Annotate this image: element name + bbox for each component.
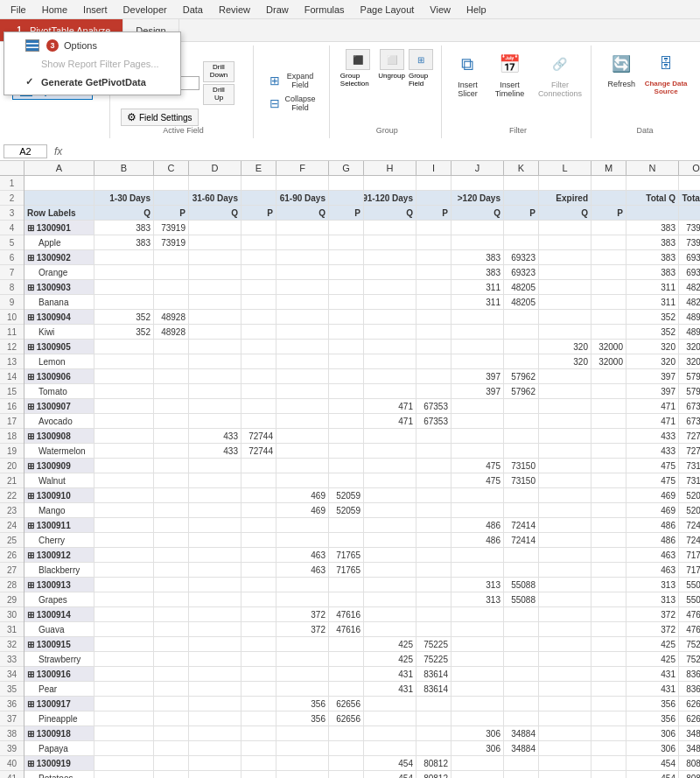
cell-r26-c3 (189, 548, 242, 562)
cell-r15-c0[interactable]: Tomato (24, 384, 94, 398)
cell-r38-c0[interactable]: ⊞ 1300918 (24, 726, 94, 740)
cell-r31-c0[interactable]: Guava (24, 622, 94, 636)
ungroup-button[interactable]: ⬜ Ungroup (378, 49, 405, 88)
menu-file[interactable]: File (4, 3, 33, 17)
cell-r30-c0[interactable]: ⊞ 1300914 (24, 607, 94, 621)
cell-r41-c0[interactable]: Potatoes (24, 771, 94, 778)
cell-r24-c0[interactable]: ⊞ 1300911 (24, 518, 94, 532)
cell-r39-c12 (592, 741, 626, 755)
cell-r33-c0[interactable]: Strawberry (24, 652, 94, 666)
expand-field-button[interactable]: ⊞ Expand Field (264, 70, 322, 91)
cell-r16-c0[interactable]: ⊞ 1300907 (24, 399, 94, 413)
cell-r32-c0[interactable]: ⊞ 1300915 (24, 637, 94, 651)
cell-r16-c14: 67353 (679, 399, 700, 413)
cell-r17-c0[interactable]: Avocado (24, 414, 94, 428)
cell-reference-box[interactable] (4, 144, 47, 158)
cell-r25-c0[interactable]: Cherry (24, 533, 94, 547)
cell-r10-c0[interactable]: ⊞ 1300904 (24, 310, 94, 324)
field-settings-button[interactable]: ⚙ Field Settings (121, 109, 199, 126)
menu-help[interactable]: Help (459, 3, 494, 17)
cell-r7-c1 (94, 265, 154, 279)
cell-r14-c12 (592, 369, 626, 383)
cell-r12-c0[interactable]: ⊞ 1300905 (24, 340, 94, 354)
cell-r23-c0[interactable]: Mango (24, 503, 94, 517)
cell-r17-c4 (242, 414, 276, 428)
cell-r35-c11 (539, 682, 592, 696)
cell-r4-c6 (329, 221, 364, 235)
filter-group: ⧉ Insert Slicer 📅 Insert Timeline 🔗 Filt… (445, 46, 592, 138)
cell-r35-c4 (242, 682, 276, 696)
fx-label: fx (51, 145, 66, 158)
cell-r37-c14: 62656 (679, 711, 700, 725)
cell-r9-c0[interactable]: Banana (24, 295, 94, 309)
cell-r7-c0[interactable]: Orange (24, 265, 94, 279)
cell-r12-c11: 320 (539, 340, 592, 354)
row-num-16: 16 (0, 399, 24, 414)
cell-r27-c0[interactable]: Blackberry (24, 563, 94, 577)
cell-r19-c11 (539, 444, 592, 458)
cell-r14-c14: 57962 (679, 369, 700, 383)
menu-developer[interactable]: Developer (116, 3, 174, 17)
cell-r26-c0[interactable]: ⊞ 1300912 (24, 548, 94, 562)
menu-formulas[interactable]: Formulas (298, 3, 352, 17)
cell-r23-c7 (364, 503, 416, 517)
cell-r21-c0[interactable]: Walnut (24, 473, 94, 487)
menu-page-layout[interactable]: Page Layout (354, 3, 422, 17)
change-data-source-button[interactable]: 🗄 Change Data Source (644, 49, 688, 96)
cell-r13-c0[interactable]: Lemon (24, 354, 94, 368)
cell-r8-c0[interactable]: ⊞ 1300903 (24, 280, 94, 294)
table-row: Grapes3135508831355088 (24, 592, 700, 607)
cell-r3-c0[interactable]: Row Labels (24, 206, 94, 220)
cell-r35-c0[interactable]: Pear (24, 682, 94, 696)
refresh-button[interactable]: 🔄 Refresh (602, 49, 640, 96)
cell-r29-c3 (189, 592, 242, 606)
insert-timeline-button[interactable]: 📅 Insert Timeline (490, 49, 528, 98)
cell-r28-c10: 55088 (504, 578, 539, 592)
dropdown-generate[interactable]: ✓ Generate GetPivotData (4, 73, 180, 91)
menu-view[interactable]: View (423, 3, 458, 17)
filter-connections-button[interactable]: 🔗 Filter Connections (536, 49, 584, 98)
cell-r32-c7: 425 (364, 637, 416, 651)
filter-group-title: Filter (452, 126, 584, 135)
cell-r2-c0[interactable] (24, 191, 94, 205)
collapse-field-button[interactable]: ⊟ Collapse Field (264, 93, 322, 114)
cell-r18-c0[interactable]: ⊞ 1300908 (24, 429, 94, 443)
group-selection-button[interactable]: ⬛ Group Selection (340, 49, 374, 88)
cell-r7-c7 (364, 265, 416, 279)
cell-r20-c0[interactable]: ⊞ 1300909 (24, 459, 94, 473)
cell-r39-c0[interactable]: Papaya (24, 741, 94, 755)
menu-insert[interactable]: Insert (76, 3, 115, 17)
cell-r39-c7 (364, 741, 416, 755)
dropdown-show-report[interactable]: Show Report Filter Pages... (4, 55, 180, 73)
cell-r36-c0[interactable]: ⊞ 1300917 (24, 697, 94, 711)
cell-r37-c0[interactable]: Pineapple (24, 711, 94, 725)
menu-home[interactable]: Home (35, 3, 74, 17)
group-field-button[interactable]: ⊞ Group Field (409, 49, 434, 88)
cell-r4-c0[interactable]: ⊞ 1300901 (24, 221, 94, 235)
cell-r29-c0[interactable]: Grapes (24, 592, 94, 606)
cell-r34-c0[interactable]: ⊞ 1300916 (24, 667, 94, 681)
cell-r5-c0[interactable]: Apple (24, 235, 94, 249)
cell-r30-c3 (189, 607, 242, 621)
cell-r14-c0[interactable]: ⊞ 1300906 (24, 369, 94, 383)
cell-r32-c1 (94, 637, 154, 651)
menu-review[interactable]: Review (212, 3, 257, 17)
cell-r40-c0[interactable]: ⊞ 1300919 (24, 756, 94, 770)
insert-slicer-button[interactable]: ⧉ Insert Slicer (452, 49, 484, 98)
cell-r1-c0[interactable] (24, 176, 94, 190)
cell-r28-c0[interactable]: ⊞ 1300913 (24, 578, 94, 592)
menu-draw[interactable]: Draw (259, 3, 296, 17)
drill-up-button[interactable]: DrillUp (203, 84, 234, 105)
cell-r22-c0[interactable]: ⊞ 1300910 (24, 488, 94, 502)
drill-down-button[interactable]: DrillDown (203, 61, 234, 82)
cell-r18-c14: 72744 (679, 429, 700, 443)
cell-r16-c4 (242, 399, 276, 413)
cell-r19-c0[interactable]: Watermelon (24, 444, 94, 458)
dropdown-options[interactable]: 3 Options (4, 36, 180, 55)
cell-r23-c10 (504, 503, 539, 517)
formula-input[interactable] (69, 146, 696, 157)
cell-r6-c0[interactable]: ⊞ 1300902 (24, 250, 94, 264)
menu-data[interactable]: Data (176, 3, 210, 17)
cell-r20-c7 (364, 459, 416, 473)
cell-r11-c0[interactable]: Kiwi (24, 325, 94, 339)
